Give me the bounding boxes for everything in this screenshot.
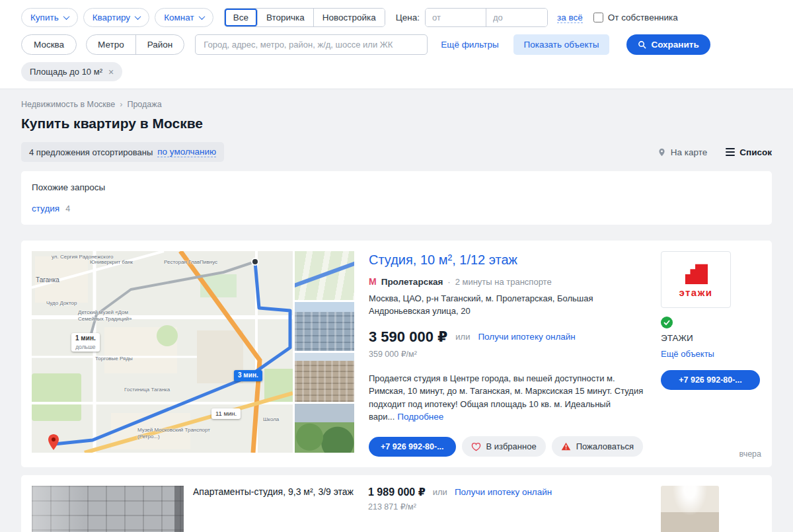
route-time-walk-label: 11 мин. [211, 408, 241, 419]
list-view-label: Список [739, 147, 772, 157]
breadcrumb-root[interactable]: Недвижимость в Москве [21, 100, 115, 109]
route-time-main-label: 3 мин. [234, 370, 262, 381]
favorite-button[interactable]: В избранное [462, 436, 546, 457]
map-view-toggle[interactable]: На карте [658, 147, 707, 157]
report-button[interactable]: Пожаловаться [552, 436, 643, 457]
similar-queries-panel: Похожие запросы студия 4 [21, 171, 772, 225]
map-poi: Таганка [36, 276, 59, 284]
agency-more-link[interactable]: Ещё объекты [661, 349, 714, 359]
price-range-inputs [425, 8, 548, 27]
listing-photo-thumbnail[interactable] [295, 251, 354, 300]
listing-actions: +7 926 992-80-... В избранное Пожаловать… [369, 436, 649, 457]
results-row: 4 предложения отсортированы по умолчанию… [21, 142, 772, 162]
map-pin-marker [48, 434, 59, 450]
filter-row-3: Площадь до 10 м² × [21, 62, 772, 81]
tab-all[interactable]: Все [225, 9, 258, 26]
main-content: Недвижимость в Москве›Продажа Купить ква… [0, 89, 793, 532]
agency-logo-text: этажи [679, 287, 712, 298]
filter-row-2: Москва Метро Район Ещё фильтры Показать … [21, 34, 772, 55]
price-mode-link[interactable]: за всё [557, 13, 583, 23]
mortgage-link[interactable]: Получи ипотеку онлайн [478, 332, 575, 342]
price-per-m2: 359 000 ₽/м² [369, 349, 649, 359]
listing-thumbnails [295, 251, 354, 457]
show-objects-button[interactable]: Показать объекты [513, 34, 610, 55]
view-toggles: На карте Список [658, 147, 772, 157]
save-search-icon [638, 40, 646, 49]
listing-title-link[interactable]: Студия, 10 м², 1/12 этаж [369, 252, 517, 268]
breadcrumb-separator: › [120, 100, 122, 109]
listing-photo-thumbnail[interactable] [295, 302, 354, 351]
listing-price: 3 590 000 ₽ [369, 328, 447, 346]
metro-district-group: Метро Район [86, 34, 184, 55]
district-button[interactable]: Район [136, 35, 184, 54]
agency-phone-button[interactable]: +7 926 992-80-... [661, 370, 760, 390]
deal-type-label: Купить [30, 13, 59, 22]
map-poi: Торговые Ряды [95, 356, 133, 362]
route-alt-note: дольше [75, 344, 95, 350]
listing-photo-thumbnail[interactable] [295, 353, 354, 402]
chevron-down-icon [135, 13, 141, 20]
title-price-row: Апартаменты-студия, 9,3 м², 3/9 этаж 1 9… [193, 486, 652, 512]
listing-description: Продается студия в Центре города, вы пеш… [369, 372, 649, 424]
listing-posted-date: вчера [739, 449, 761, 459]
agency-logo-icon [681, 262, 711, 285]
sort-dropdown-link[interactable]: по умолчанию [157, 147, 216, 157]
tab-newbuild[interactable]: Новостройка [314, 9, 385, 26]
listing-map[interactable]: ул. Сергия Радонежского Юниверкрит банк … [32, 251, 293, 453]
agency-logo[interactable]: этажи [661, 251, 731, 308]
tab-secondary[interactable]: Вторичка [258, 9, 314, 26]
property-type-dropdown[interactable]: Квартиру [83, 8, 149, 27]
price-block: 1 989 000 ₽ или Получи ипотеку онлайн 21… [359, 486, 552, 512]
listing-photo[interactable] [32, 486, 184, 532]
owner-checkbox-label[interactable]: От собственника [593, 13, 678, 22]
route-time-alt-label: 1 мин. дольше [71, 333, 100, 352]
save-search-button[interactable]: Сохранить [626, 34, 710, 55]
region-button[interactable]: Москва [21, 34, 77, 55]
breadcrumb: Недвижимость в Москве›Продажа [21, 100, 772, 109]
metro-travel-time: 2 минуты на транспорте [455, 277, 552, 287]
listing-price: 1 989 000 ₽ [368, 486, 426, 498]
dot-separator: · [447, 277, 450, 287]
rooms-dropdown[interactable]: Комнат [155, 8, 213, 27]
map-poi: Ресторан ГлавПивнус [164, 259, 217, 266]
agency-name[interactable]: ЭТАЖИ [661, 333, 693, 343]
listing-media: ул. Сергия Радонежского Юниверкрит банк … [32, 251, 354, 457]
read-more-link[interactable]: Подробнее [397, 412, 443, 422]
similar-query-link[interactable]: студия [32, 204, 59, 213]
list-icon [726, 148, 735, 156]
route-alt-time: 1 мин. [75, 334, 96, 343]
heart-icon [471, 442, 481, 451]
more-filters-link[interactable]: Ещё фильтры [441, 40, 498, 50]
metro-button[interactable]: Метро [87, 35, 136, 54]
listing-side-block: ID 40345312 [661, 486, 761, 532]
price-from-input[interactable] [426, 9, 486, 26]
similar-queries-links: студия 4 [32, 204, 761, 213]
search-input[interactable] [195, 34, 428, 55]
page-title: Купить квартиру в Москве [21, 116, 772, 132]
listing-info: Апартаменты-студия, 9,3 м², 3/9 этаж 1 9… [184, 486, 661, 532]
applied-filter-chip[interactable]: Площадь до 10 м² × [21, 62, 122, 81]
map-view-label: На карте [671, 147, 707, 157]
listing-title-link[interactable]: Апартаменты-студия, 9,3 м², 3/9 этаж [193, 486, 359, 499]
metro-station[interactable]: Пролетарская [381, 277, 443, 287]
show-phone-button[interactable]: +7 926 992-80-... [369, 437, 456, 457]
listing-photo-thumbnail[interactable] [661, 486, 719, 532]
map-poi: Детский музей «Дом Семейных Традиций» [78, 309, 141, 322]
list-view-toggle[interactable]: Список [726, 147, 772, 157]
price-per-m2: 213 871 ₽/м² [368, 502, 552, 512]
close-icon[interactable]: × [108, 67, 114, 77]
filter-row-1: Купить Квартиру Комнат Все Вторичка Ново… [21, 8, 772, 27]
favorite-label: В избранное [486, 441, 537, 451]
chip-label: Площадь до 10 м² [30, 67, 102, 77]
market-tabs: Все Вторичка Новостройка [224, 8, 385, 27]
listing-address: Москва, ЦАО, р-н Таганский, м. Пролетарс… [369, 293, 649, 318]
listing-card-1: ул. Сергия Радонежского Юниверкрит банк … [21, 241, 772, 467]
deal-type-dropdown[interactable]: Купить [21, 8, 78, 27]
mortgage-link[interactable]: Получи ипотеку онлайн [455, 487, 552, 497]
verified-icon [661, 317, 673, 328]
metro-row: М Пролетарская · 2 минуты на транспорте [369, 276, 649, 287]
listing-photo-thumbnail[interactable] [295, 404, 354, 453]
price-to-input[interactable] [486, 9, 547, 26]
listing-card-2: Апартаменты-студия, 9,3 м², 3/9 этаж 1 9… [21, 475, 772, 532]
owner-checkbox[interactable] [593, 13, 603, 22]
